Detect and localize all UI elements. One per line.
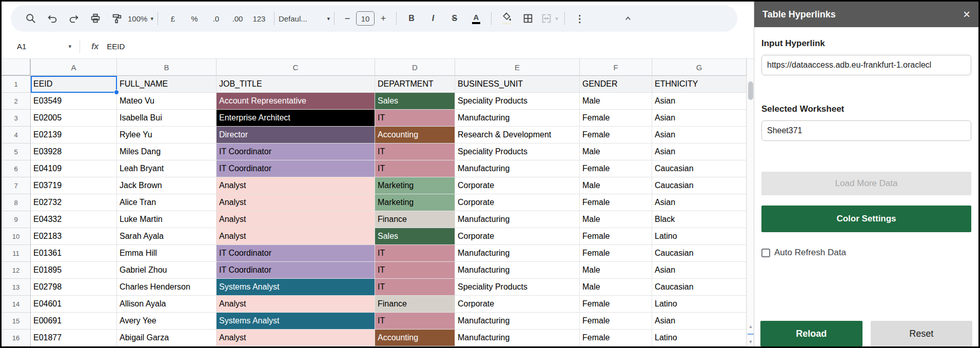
cell[interactable]: Marketing — [375, 194, 455, 211]
column-header-b[interactable]: B — [117, 59, 217, 76]
cell[interactable]: IT — [375, 245, 455, 262]
select-all-corner[interactable] — [2, 59, 31, 76]
cell[interactable]: Charles Henderson — [117, 279, 217, 296]
undo-icon[interactable] — [42, 9, 63, 28]
cell[interactable]: Asian — [652, 144, 747, 160]
cell[interactable]: Asian — [652, 194, 747, 211]
cell[interactable]: IT — [375, 144, 455, 160]
strikethrough-button[interactable]: S — [444, 9, 465, 28]
font-select[interactable]: Defaul...▾ — [279, 9, 330, 28]
cell[interactable]: E01895 — [31, 262, 117, 279]
column-header-e[interactable]: E — [455, 59, 580, 76]
cell[interactable]: Miles Dang — [117, 144, 217, 160]
cell[interactable]: Corporate — [455, 177, 580, 194]
decrease-font-size-button[interactable]: − — [339, 9, 356, 28]
cell[interactable]: Male — [580, 93, 652, 110]
fill-color-button[interactable] — [496, 9, 517, 28]
merge-cells-button[interactable]: ▾ — [539, 9, 560, 28]
cell[interactable]: E00691 — [31, 313, 117, 330]
decrease-decimal-button[interactable]: .0 — [205, 9, 227, 28]
cell[interactable]: Leah Bryant — [117, 160, 217, 177]
cell[interactable]: FULL_NAME — [117, 76, 217, 93]
cell[interactable]: Female — [580, 127, 652, 144]
row-number[interactable]: 7 — [2, 177, 31, 194]
cell[interactable]: Female — [580, 313, 652, 330]
cell[interactable]: Manufacturing — [455, 245, 580, 262]
cell[interactable]: Analyst — [217, 211, 375, 228]
cell[interactable]: ETHNICITY — [652, 76, 747, 93]
cell[interactable]: Female — [580, 245, 652, 262]
cell[interactable]: Manufacturing — [455, 262, 580, 279]
increase-font-size-button[interactable]: + — [375, 9, 392, 28]
cell[interactable]: IT Coordinator — [217, 160, 375, 177]
cell[interactable]: Caucasian — [652, 279, 747, 296]
cell[interactable]: Systems Analyst — [217, 313, 375, 330]
cell[interactable]: Isabella Bui — [117, 110, 217, 127]
cell[interactable]: E03928 — [31, 144, 117, 160]
cell[interactable]: Mateo Vu — [117, 93, 217, 110]
cell[interactable]: Systems Analyst — [217, 279, 375, 296]
cell[interactable]: E01877 — [31, 330, 117, 346]
cell[interactable]: Latino — [652, 228, 747, 245]
cell[interactable]: Corporate — [455, 296, 580, 313]
bold-button[interactable]: B — [401, 9, 422, 28]
cell[interactable]: IT Coordinator — [217, 144, 375, 160]
cell[interactable]: IT Coordinator — [217, 245, 375, 262]
column-header-a[interactable]: A — [31, 59, 117, 76]
cell[interactable]: Caucasian — [652, 177, 747, 194]
cell[interactable]: Female — [580, 194, 652, 211]
cell[interactable]: E02139 — [31, 127, 117, 144]
font-size-field[interactable]: 10 — [356, 9, 375, 28]
cell[interactable]: Finance — [375, 296, 455, 313]
cell[interactable]: E02798 — [31, 279, 117, 296]
row-number[interactable]: 4 — [2, 127, 31, 144]
cell[interactable]: Latino — [652, 330, 747, 346]
cell[interactable]: Analyst — [217, 194, 375, 211]
cell[interactable]: Analyst — [217, 177, 375, 194]
cell[interactable]: Alice Tran — [117, 194, 217, 211]
worksheet-input[interactable]: Sheet371 — [761, 120, 971, 141]
column-header-f[interactable]: F — [580, 59, 652, 76]
cell[interactable]: E01361 — [31, 245, 117, 262]
cell[interactable]: Asian — [652, 313, 747, 330]
cell[interactable]: Marketing — [375, 177, 455, 194]
print-icon[interactable] — [85, 9, 106, 28]
cell[interactable]: Allison Ayala — [117, 296, 217, 313]
cell[interactable]: Speciality Products — [455, 279, 580, 296]
italic-button[interactable]: I — [422, 9, 444, 28]
scrollbar-thumb[interactable] — [748, 81, 753, 100]
number-format-button[interactable]: 123 — [248, 9, 270, 28]
cell[interactable]: IT — [375, 110, 455, 127]
search-icon[interactable] — [20, 9, 42, 28]
cell[interactable]: Asian — [652, 93, 747, 110]
cell[interactable]: Sales — [375, 228, 455, 245]
cell[interactable]: Female — [580, 110, 652, 127]
cell[interactable]: Manufacturing — [455, 313, 580, 330]
column-header-c[interactable]: C — [217, 59, 375, 76]
cell[interactable]: Manufacturing — [455, 211, 580, 228]
cell[interactable]: Speciality Products — [455, 144, 580, 160]
cell[interactable]: Analyst — [217, 228, 375, 245]
cell[interactable]: E04332 — [31, 211, 117, 228]
row-number[interactable]: 11 — [2, 245, 31, 262]
cell[interactable]: Abigail Garza — [117, 330, 217, 346]
cell[interactable]: Finance — [375, 211, 455, 228]
cell[interactable]: E02183 — [31, 228, 117, 245]
cell[interactable]: Manufacturing — [455, 160, 580, 177]
cell[interactable]: Female — [580, 330, 652, 346]
cell[interactable]: Gabriel Zhou — [117, 262, 217, 279]
cell[interactable]: Asian — [652, 127, 747, 144]
cell[interactable]: EEID — [31, 76, 117, 93]
scroll-up-icon[interactable]: ▲ — [747, 323, 754, 330]
row-number[interactable]: 5 — [2, 144, 31, 160]
cell[interactable]: Manufacturing — [455, 330, 580, 346]
row-number[interactable]: 9 — [2, 211, 31, 228]
vertical-scrollbar[interactable]: ▲ ▼ — [747, 59, 754, 346]
row-number[interactable]: 16 — [2, 330, 31, 346]
cell[interactable]: Sales — [375, 93, 455, 110]
cell[interactable]: Female — [580, 296, 652, 313]
row-number[interactable]: 10 — [2, 228, 31, 245]
hide-toolbar-button[interactable] — [617, 9, 639, 28]
borders-button[interactable] — [517, 9, 539, 28]
formula-input[interactable]: EEID — [107, 42, 125, 51]
